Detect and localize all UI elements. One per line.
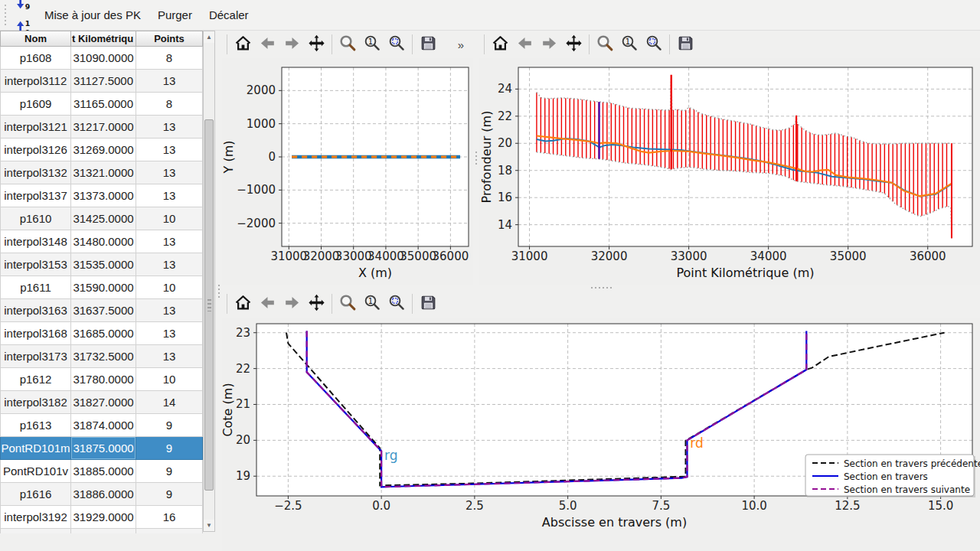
table-cell[interactable]: p1613	[0, 414, 71, 437]
save-button[interactable]	[416, 33, 439, 56]
table-row[interactable]: interpol312131217.000013	[0, 116, 203, 139]
table-cell[interactable]: interpol3163	[0, 299, 71, 322]
table-cell[interactable]: 31127.5000	[71, 70, 136, 93]
table-cell[interactable]: p1612	[0, 368, 71, 391]
pan-button[interactable]	[305, 33, 328, 56]
table-cell[interactable]: 31929.0000	[71, 506, 136, 529]
table-cell[interactable]: 31217.0000	[71, 116, 136, 139]
table-cell[interactable]: 13	[136, 299, 203, 322]
table-row[interactable]: p160931165.00008	[0, 93, 203, 116]
table-cell[interactable]: 31685.0000	[71, 322, 136, 345]
table-row[interactable]: interpol319231929.000016	[0, 506, 203, 529]
table-row[interactable]: p161231780.000010	[0, 368, 203, 391]
table-cell[interactable]: 10	[136, 276, 203, 299]
action-button-0[interactable]: Mise à jour des PK	[36, 2, 149, 28]
table-cell[interactable]: 8	[136, 47, 203, 70]
save-button[interactable]	[416, 292, 439, 315]
toolbar-grip[interactable]	[4, 5, 7, 26]
column-header-1[interactable]: t Kilométriqu	[71, 31, 136, 47]
table-cell[interactable]: 31780.0000	[71, 368, 136, 391]
table-row[interactable]: p161631886.00009	[0, 483, 203, 506]
longitudinal-profile-canvas[interactable]: 3100032000330003400035000360001416182022…	[479, 58, 980, 285]
table-row[interactable]: interpol318231827.000014	[0, 391, 203, 414]
forward-button[interactable]	[280, 33, 303, 56]
table-cell[interactable]: 13	[136, 230, 203, 253]
table-cell[interactable]: 31269.0000	[71, 139, 136, 161]
zoom-region-button[interactable]: 1	[361, 33, 384, 56]
table-row[interactable]: interpol313731373.000013	[0, 184, 203, 207]
table-cell[interactable]: 31373.0000	[71, 184, 136, 207]
sort-descending-button[interactable]: 19	[11, 0, 36, 15]
table-cell[interactable]: 13	[136, 161, 203, 184]
table-cell[interactable]: 31875.0000	[71, 437, 136, 460]
table-row[interactable]: interpol315331535.000013	[0, 253, 203, 276]
table-cell[interactable]: 31090.0000	[71, 47, 136, 70]
table-cell[interactable]: p1609	[0, 93, 71, 116]
table-cell[interactable]: PontRD101v	[0, 460, 71, 483]
table-cell[interactable]: 9	[136, 460, 203, 483]
table-row[interactable]: p160831090.00008	[0, 47, 203, 70]
table-row[interactable]: interpol316331637.500013	[0, 299, 203, 322]
forward-button[interactable]	[537, 33, 560, 56]
zoom-region-button[interactable]: 1	[618, 33, 641, 56]
table-row[interactable]: interpol312631269.000013	[0, 139, 203, 161]
table-cell[interactable]: p1608	[0, 47, 71, 70]
back-button[interactable]	[513, 33, 536, 56]
back-button[interactable]	[256, 292, 279, 315]
table-cell[interactable]: 31321.0000	[71, 161, 136, 184]
table-cell[interactable]: interpol3182	[0, 391, 71, 414]
zoom-button[interactable]	[593, 33, 616, 56]
table-cell[interactable]: 31885.0000	[71, 460, 136, 483]
table-cell[interactable]: 14	[136, 391, 203, 414]
table-cell[interactable]: interpol3153	[0, 253, 71, 276]
table-cell[interactable]: interpol3112	[0, 70, 71, 93]
table-cell[interactable]: 31590.0000	[71, 276, 136, 299]
zoom-auto-button[interactable]	[642, 33, 665, 56]
table-row[interactable]: interpol314831480.000013	[0, 230, 203, 253]
splitter-top-plots[interactable]	[473, 31, 479, 285]
action-button-1[interactable]: Purger	[149, 2, 201, 28]
table-cell[interactable]: interpol3132	[0, 161, 71, 184]
table-row[interactable]: p161331874.00009	[0, 414, 203, 437]
back-button[interactable]	[256, 33, 279, 56]
action-button-2[interactable]: Décaler	[201, 2, 257, 28]
table-cell[interactable]: 13	[136, 322, 203, 345]
table-cell[interactable]: interpol3121	[0, 116, 71, 139]
table-row[interactable]: p161131590.000010	[0, 276, 203, 299]
table-cell[interactable]: 9	[136, 414, 203, 437]
zoom-auto-button[interactable]	[385, 292, 408, 315]
table-cell[interactable]: 8	[136, 93, 203, 116]
home-button[interactable]	[231, 33, 254, 56]
table-row[interactable]: interpol311231127.500013	[0, 70, 203, 93]
save-button[interactable]	[674, 33, 697, 56]
home-button[interactable]	[488, 33, 511, 56]
splitter-top-bottom[interactable]	[222, 285, 980, 290]
table-cell[interactable]: interpol3137	[0, 184, 71, 207]
table-cell[interactable]: interpol3173	[0, 345, 71, 368]
zoom-region-button[interactable]: 1	[361, 292, 384, 315]
table-cell[interactable]: 10	[136, 368, 203, 391]
zoom-button[interactable]	[336, 33, 359, 56]
table-cell[interactable]: 9	[136, 437, 203, 460]
table-cell[interactable]: 10	[136, 207, 203, 230]
table-cell[interactable]: p1610	[0, 207, 71, 230]
cross-section-canvas[interactable]: −2.50.02.55.07.510.012.515.01920212223Ab…	[222, 318, 980, 551]
toolbar-overflow-button[interactable]: »	[453, 37, 469, 52]
table-row[interactable]: interpol317331732.500013	[0, 345, 203, 368]
table-cell[interactable]: PontRD101m	[0, 437, 71, 460]
pan-button[interactable]	[305, 292, 328, 315]
table-cell[interactable]: 31480.0000	[71, 230, 136, 253]
scrollbar-thumb[interactable]	[204, 119, 214, 491]
splitter-table-plots[interactable]	[216, 31, 222, 551]
column-header-0[interactable]: Nom	[0, 31, 71, 47]
zoom-auto-button[interactable]	[385, 33, 408, 56]
table-cell[interactable]: 13	[136, 70, 203, 93]
table-cell[interactable]: 16	[136, 506, 203, 529]
table-cell[interactable]: 31732.5000	[71, 345, 136, 368]
table-cell[interactable]: p1616	[0, 483, 71, 506]
table-cell[interactable]: 9	[136, 483, 203, 506]
scrollbar-up-arrow-icon[interactable]: ▲	[204, 31, 214, 43]
table-cell[interactable]: 13	[136, 116, 203, 139]
table-cell[interactable]: interpol3192	[0, 506, 71, 529]
table-cell[interactable]: interpol3126	[0, 139, 71, 161]
